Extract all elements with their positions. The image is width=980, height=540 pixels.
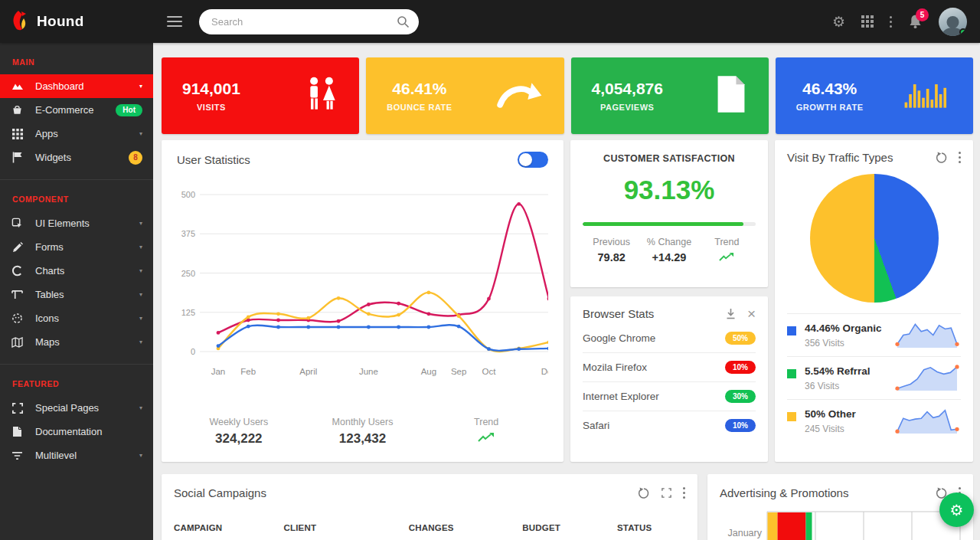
customer-satisfaction-title: CUSTOMER SATISFACTION — [583, 153, 756, 164]
kebab-menu-icon[interactable] — [683, 487, 685, 499]
kebab-menu-icon[interactable] — [959, 152, 961, 163]
cart-icon — [11, 104, 24, 116]
menu-toggle-icon[interactable] — [167, 13, 182, 30]
chevron-down-icon: ▾ — [139, 404, 142, 411]
sidebar-item-label: Tables — [35, 289, 64, 300]
sidebar-item-label: Documentation — [35, 426, 102, 437]
floating-settings-button[interactable]: ⚙ — [939, 493, 974, 527]
notification-count-badge: 5 — [916, 8, 929, 21]
table-icon — [11, 290, 24, 299]
close-icon[interactable]: × — [747, 309, 756, 319]
svg-text:April: April — [299, 367, 317, 376]
sidebar-item-maps[interactable]: Maps▾ — [0, 330, 153, 354]
advertising-bar-chart: January — [720, 502, 961, 540]
sidebar-item-label: Widgets — [35, 152, 71, 163]
search-input[interactable] — [211, 16, 397, 28]
monthly-users-value: 123,432 — [301, 431, 425, 447]
multilevel-icon — [11, 451, 24, 460]
browser-name: Internet Explorer — [583, 391, 659, 402]
traffic-legend-row: 44.46% Organic356 Visits — [787, 313, 961, 356]
svg-text:Dec: Dec — [541, 367, 548, 376]
refresh-icon[interactable] — [936, 152, 948, 164]
stat-text: 46.43%GROWTH RATE — [796, 80, 864, 112]
user-statistics-card: User Statistics 0125250375500JanFebApril… — [162, 140, 564, 462]
stat-text: 46.41%BOUNCE RATE — [387, 80, 452, 112]
user-avatar[interactable] — [939, 8, 967, 36]
sidebar-item-label: Icons — [35, 313, 59, 324]
legend-color-swatch — [787, 412, 796, 421]
stat-label: GROWTH RATE — [796, 103, 864, 112]
previous-label: Previous — [583, 237, 640, 247]
sidebar-item-documentation[interactable]: Documentation — [0, 420, 153, 443]
sidebar-item-dashboard[interactable]: Dashboard▾ — [0, 74, 153, 98]
refresh-icon[interactable] — [638, 487, 650, 499]
monthly-users-label: Monthly Users — [301, 417, 425, 427]
browser-share-badge: 50% — [725, 332, 756, 345]
browser-share-badge: 10% — [725, 361, 756, 374]
download-icon[interactable] — [725, 308, 737, 320]
browser-row: Internet Explorer30% — [583, 381, 756, 411]
chevron-down-icon: ▾ — [139, 83, 142, 90]
chevron-down-icon: ▾ — [139, 315, 142, 322]
sidebar-section: MAINDashboard▾E-CommerceHotApps▾Widgets8 — [0, 43, 153, 179]
sidebar-item-apps[interactable]: Apps▾ — [0, 122, 153, 146]
sidebar-item-widgets[interactable]: Widgets8 — [0, 146, 153, 169]
brand-logo[interactable]: Hound — [0, 10, 153, 34]
sidebar-section-title: FEATURED — [0, 365, 153, 396]
stat-label: VISITS — [182, 103, 240, 112]
browser-row: Mozila Firefox10% — [583, 352, 756, 381]
column-header-campaign: CAMPAIGN — [174, 523, 284, 532]
traffic-sparkline — [893, 402, 961, 440]
stat-text: 4,054,876PAGEVIEWS — [592, 80, 663, 112]
apps-grid-icon[interactable] — [861, 15, 874, 28]
svg-text:June: June — [359, 367, 378, 376]
sidebar-item-ui-elements[interactable]: UI Elements▾ — [0, 211, 153, 235]
page-icon — [714, 74, 748, 117]
settings-gear-icon[interactable]: ⚙ — [832, 15, 845, 29]
more-options-icon[interactable] — [890, 16, 892, 28]
sidebar-item-label: E-Commerce — [35, 104, 94, 116]
browser-share-badge: 10% — [725, 419, 756, 432]
sidebar-item-special-pages[interactable]: Special Pages▾ — [0, 396, 153, 420]
weekly-users-value: 324,222 — [177, 431, 301, 447]
social-campaigns-title: Social Campaigns — [174, 486, 266, 499]
sidebar-item-multilevel[interactable]: Multilevel▾ — [0, 443, 153, 467]
sidebar-item-icons[interactable]: Icons▾ — [0, 306, 153, 330]
fullscreen-icon[interactable] — [661, 487, 672, 499]
traffic-sparkline — [893, 359, 961, 398]
browser-row: Safari10% — [583, 411, 756, 440]
dashboard-icon — [11, 81, 24, 91]
chevron-down-icon: ▾ — [139, 267, 142, 274]
chart-toggle-switch[interactable] — [518, 152, 548, 168]
legend-label: 44.46% Organic — [805, 322, 882, 334]
hound-logo-icon — [11, 10, 29, 34]
column-header-budget: BUDGET — [522, 523, 617, 532]
sidebar-item-label: Apps — [35, 128, 58, 139]
legend-text: 44.46% Organic356 Visits — [805, 322, 882, 349]
column-header-client: CLIENT — [284, 523, 409, 532]
sidebar-item-charts[interactable]: Charts▾ — [0, 259, 153, 283]
special-pages-icon — [11, 403, 24, 414]
sidebar-item-e-commerce[interactable]: E-CommerceHot — [0, 98, 153, 122]
sidebar-item-tables[interactable]: Tables▾ — [0, 283, 153, 306]
legend-color-swatch — [787, 326, 796, 335]
stat-value: 4,054,876 — [592, 80, 663, 98]
chevron-down-icon: ▾ — [139, 452, 142, 459]
change-label: % Change — [640, 237, 697, 247]
legend-color-swatch — [787, 369, 796, 378]
user-statistics-title: User Statistics — [177, 153, 250, 166]
sidebar-item-forms[interactable]: Forms▾ — [0, 235, 153, 259]
search-icon[interactable] — [397, 15, 410, 28]
notifications-bell-icon[interactable]: 5 — [908, 14, 923, 29]
stat-value: 46.43% — [796, 80, 864, 98]
pencil-icon — [11, 242, 24, 253]
stat-label: BOUNCE RATE — [387, 103, 452, 112]
sidebar-item-label: Forms — [35, 241, 64, 253]
stat-value: 46.41% — [387, 80, 452, 98]
legend-text: 5.54% Refrral36 Visits — [805, 365, 871, 391]
search-bar — [199, 9, 419, 34]
campaigns-table-header: CAMPAIGNCLIENTCHANGESBUDGETSTATUS — [174, 523, 685, 532]
legend-label: 50% Other — [805, 408, 856, 420]
online-status-dot — [959, 28, 967, 36]
advertising-card: Advertising & Promotions January — [707, 474, 973, 540]
